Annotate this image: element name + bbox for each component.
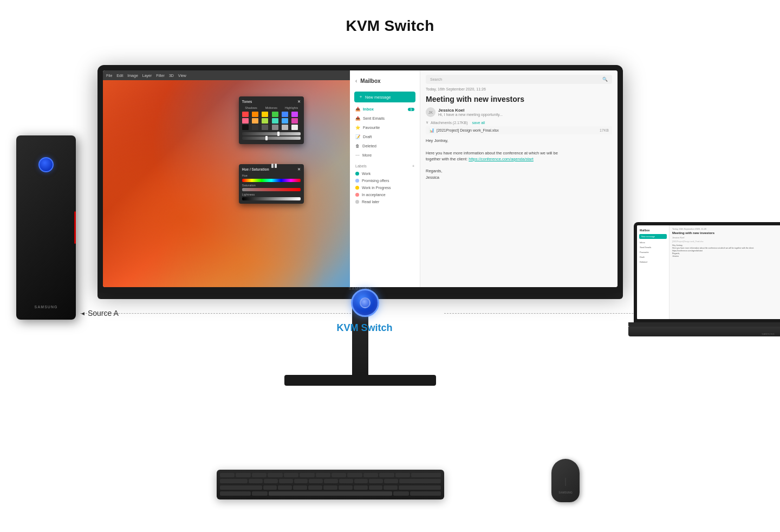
- label-wip[interactable]: Work in Progress: [355, 184, 414, 191]
- hue-sat-panel[interactable]: Hue / Saturation ✕ Hue Saturation Lightn…: [239, 164, 304, 204]
- lightness-bar[interactable]: [242, 197, 301, 200]
- kb-key: [384, 479, 398, 483]
- swatch-12[interactable]: [291, 118, 298, 124]
- swatch-7[interactable]: [242, 118, 249, 124]
- save-all-link[interactable]: save all: [472, 121, 485, 125]
- swatch-2[interactable]: [252, 112, 258, 117]
- ps-menu-3d[interactable]: 3D: [169, 74, 174, 77]
- kb-key: [354, 485, 368, 490]
- nav-favourite[interactable]: ⭐ Favourite: [350, 123, 420, 132]
- laptop-nav-draft[interactable]: Draft: [637, 255, 669, 259]
- label-name-promising: Promising offers: [362, 179, 389, 183]
- ps-menu-file[interactable]: File: [106, 74, 112, 77]
- swatch-11[interactable]: [282, 118, 288, 124]
- kvm-switch-button[interactable]: [351, 289, 379, 317]
- tones-panel[interactable]: Tones ✕ Shadows Midtones Highlights: [239, 96, 304, 144]
- swatch-13[interactable]: [242, 125, 249, 130]
- swatch-18[interactable]: [291, 125, 298, 130]
- ps-menubar: File Edit Image Layer Filter 3D View: [103, 70, 350, 80]
- label-read-later[interactable]: Read later: [355, 198, 414, 205]
- kb-key: [369, 479, 383, 483]
- email-body-line2: Here you have more information about the…: [426, 150, 612, 156]
- deleted-label: Deleted: [362, 144, 376, 148]
- email-subject: Meeting with new investors: [426, 94, 612, 104]
- new-message-button[interactable]: ＋ New message: [354, 92, 415, 102]
- laptop-email-sidebar: Mailbox New message Inbox Sent Emails Fa…: [637, 225, 670, 319]
- label-name-wip: Work in Progress: [362, 186, 391, 190]
- swatch-15[interactable]: [262, 125, 268, 130]
- tones-thumb-1[interactable]: [277, 132, 280, 136]
- label-work[interactable]: Work: [355, 170, 414, 177]
- tower-brand-logo: SAMSUNG: [35, 305, 58, 309]
- search-icon[interactable]: 🔍: [602, 77, 608, 82]
- nav-inbox[interactable]: 📥 Inbox 1: [350, 105, 420, 114]
- swatch-16[interactable]: [272, 125, 278, 130]
- ps-menu-filter[interactable]: Filter: [156, 74, 165, 77]
- label-dot-work: [355, 172, 359, 176]
- swatch-14[interactable]: [252, 125, 258, 130]
- laptop-brand-logo: SAMSUNG: [762, 333, 775, 335]
- laptop-email-content: Today, 16th September 2020, 11:26 Meetin…: [670, 225, 780, 319]
- laptop-mailbox-title: Mailbox: [637, 228, 669, 233]
- kb-key: [293, 485, 307, 490]
- kb-key: [354, 479, 368, 483]
- sender-info: Jessica Koel Hi, I have a new meeting op…: [438, 108, 503, 116]
- nav-draft[interactable]: 📝 Draft: [350, 132, 420, 141]
- email-body-greeting: Hey Jontray,: [426, 138, 612, 144]
- keyboard: [217, 470, 444, 499]
- laptop-new-msg-btn[interactable]: New message: [639, 234, 667, 239]
- tones-slider-2[interactable]: [242, 137, 301, 140]
- ps-menu-view[interactable]: View: [178, 74, 186, 77]
- ps-menu-edit[interactable]: Edit: [116, 74, 123, 77]
- labels-add-icon[interactable]: +: [412, 164, 414, 168]
- back-icon[interactable]: ‹: [355, 78, 357, 84]
- hue-bar[interactable]: [242, 179, 301, 182]
- draft-label: Draft: [363, 134, 372, 139]
- laptop-base: SAMSUNG: [628, 327, 780, 336]
- label-promising[interactable]: Promising offers: [355, 177, 414, 184]
- swatch-10[interactable]: [272, 118, 278, 124]
- nav-sent[interactable]: 📤 Sent Emails: [350, 114, 420, 123]
- swatch-4[interactable]: [272, 112, 278, 117]
- tones-slider-1[interactable]: [242, 132, 301, 135]
- kb-key: [263, 485, 277, 490]
- conference-link[interactable]: https://conference.com/agenda/start: [469, 157, 534, 161]
- sent-icon: 📤: [355, 116, 360, 121]
- kb-key: [252, 473, 266, 477]
- swatch-3[interactable]: [262, 112, 268, 117]
- photoshop-side: File Edit Image Layer Filter 3D View: [103, 70, 350, 287]
- kb-key: [332, 473, 346, 477]
- keyboard-row-1: [220, 473, 441, 478]
- swatch-5[interactable]: [282, 112, 288, 117]
- tower-stripe: [74, 211, 76, 244]
- swatch-1[interactable]: [242, 112, 249, 117]
- laptop-nav-deleted[interactable]: Deleted: [637, 259, 669, 264]
- label-acceptance[interactable]: In acceptance: [355, 191, 414, 198]
- inbox-badge: 1: [408, 108, 414, 111]
- saturation-thumb[interactable]: [275, 164, 277, 168]
- lightness-thumb[interactable]: [271, 164, 274, 168]
- attachments-header: ∨ Attachments (2.17KB) save all: [426, 120, 612, 125]
- swatch-17[interactable]: [282, 125, 288, 130]
- tower-power-button[interactable]: [38, 157, 54, 172]
- labels-section: Labels + Work Promising offers: [350, 160, 420, 207]
- laptop-nav-sent[interactable]: Sent Emails: [637, 245, 669, 250]
- laptop: Mailbox New message Inbox Sent Emails Fa…: [628, 222, 780, 336]
- ps-menu-image[interactable]: Image: [127, 74, 138, 77]
- nav-more[interactable]: ⋯ More: [350, 151, 420, 160]
- laptop-nav-favourite[interactable]: Favourite: [637, 250, 669, 255]
- search-bar[interactable]: Search 🔍: [426, 75, 612, 84]
- attachment-size: 17KB: [600, 128, 609, 132]
- ps-menu-layer[interactable]: Layer: [142, 74, 152, 77]
- swatch-6[interactable]: [291, 112, 298, 117]
- nav-deleted[interactable]: 🗑 Deleted: [350, 141, 420, 151]
- swatch-8[interactable]: [252, 118, 258, 124]
- laptop-email-date: Today, 16th September 2020, 11:26: [672, 228, 779, 230]
- label-dot-read-later: [355, 200, 359, 204]
- tones-thumb-2[interactable]: [265, 136, 268, 140]
- laptop-nav-inbox[interactable]: Inbox: [637, 240, 669, 245]
- attachment-item[interactable]: 📊 [2021Project] Design work_Final.xlsx 1…: [426, 126, 612, 134]
- swatch-9[interactable]: [262, 118, 268, 124]
- saturation-bar[interactable]: [242, 188, 301, 191]
- email-client: ‹ Mailbox ＋ New message 📥 Inbox 1: [350, 70, 618, 287]
